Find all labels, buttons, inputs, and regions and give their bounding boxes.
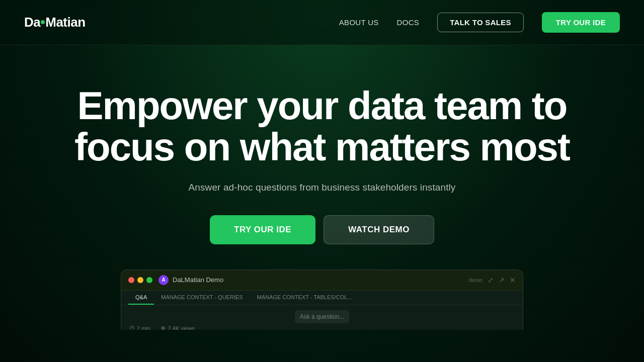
nav-try-ide-button[interactable]: TRY OUR IDE bbox=[542, 12, 620, 33]
talk-to-sales-button[interactable]: TALK TO SALES bbox=[437, 13, 524, 32]
nav-docs[interactable]: DOCS bbox=[397, 18, 420, 27]
page-wrapper: DaMatian ABOUT US DOCS TALK TO SALES TRY… bbox=[0, 0, 644, 362]
logo-dot bbox=[41, 20, 45, 24]
traffic-lights bbox=[128, 277, 152, 283]
hero-subtitle: Answer ad-hoc questions from business st… bbox=[189, 182, 456, 193]
demo-meta-time: ⏱ 2 min bbox=[129, 325, 150, 330]
demo-meta: ⏱ 2 min 👁 2.4K views bbox=[129, 325, 515, 330]
eye-icon: 👁 bbox=[160, 325, 166, 330]
demo-tab-qa[interactable]: Q&A bbox=[128, 291, 154, 305]
nav-links: ABOUT US DOCS TALK TO SALES TRY OUR IDE bbox=[339, 12, 620, 33]
demo-avatar: A bbox=[158, 275, 169, 285]
demo-preview: A DaLMatian Demo demo ⤢ ↗ ✕ Q&A MANAGE C… bbox=[121, 264, 523, 325]
demo-titlebar: A DaLMatian Demo demo ⤢ ↗ ✕ bbox=[121, 270, 523, 291]
demo-views: 2.4K views bbox=[168, 325, 195, 330]
minimize-button-icon[interactable] bbox=[137, 277, 143, 283]
share-icon[interactable]: ⤢ bbox=[488, 276, 494, 284]
demo-title-area: A DaLMatian Demo bbox=[158, 275, 223, 285]
demo-tab-context-tables[interactable]: MANAGE CONTEXT - TABLES/COL... bbox=[250, 291, 359, 305]
external-link-icon[interactable]: ↗ bbox=[499, 276, 505, 284]
hero-buttons: TRY OUR IDE WATCH DEMO bbox=[210, 215, 434, 244]
demo-time: 2 min bbox=[137, 325, 150, 330]
logo[interactable]: DaMatian bbox=[24, 15, 86, 30]
demo-body: Ask a question... ⏱ 2 min 👁 2.4K views bbox=[121, 305, 523, 330]
nav-about-us[interactable]: ABOUT US bbox=[339, 18, 379, 27]
clock-icon: ⏱ bbox=[129, 325, 135, 330]
demo-meta-views: 👁 2.4K views bbox=[160, 325, 195, 330]
close-icon[interactable]: ✕ bbox=[510, 276, 516, 284]
navbar: DaMatian ABOUT US DOCS TALK TO SALES TRY… bbox=[0, 0, 644, 45]
demo-tabs: Q&A MANAGE CONTEXT - QUERIES MANAGE CONT… bbox=[121, 291, 523, 305]
hero-watch-demo-button[interactable]: WATCH DEMO bbox=[324, 215, 434, 244]
maximize-button-icon[interactable] bbox=[146, 277, 152, 283]
demo-url: demo bbox=[468, 277, 482, 283]
demo-window: A DaLMatian Demo demo ⤢ ↗ ✕ Q&A MANAGE C… bbox=[121, 269, 523, 330]
hero-title: Empower your data team to focus on what … bbox=[58, 85, 586, 168]
demo-input[interactable]: Ask a question... bbox=[295, 310, 350, 323]
hero-section: Empower your data team to focus on what … bbox=[0, 45, 644, 325]
demo-tab-context-queries[interactable]: MANAGE CONTEXT - QUERIES bbox=[154, 291, 250, 305]
demo-title-text: DaLMatian Demo bbox=[173, 276, 223, 284]
hero-try-ide-button[interactable]: TRY OUR IDE bbox=[210, 215, 315, 244]
close-button-icon[interactable] bbox=[128, 277, 134, 283]
